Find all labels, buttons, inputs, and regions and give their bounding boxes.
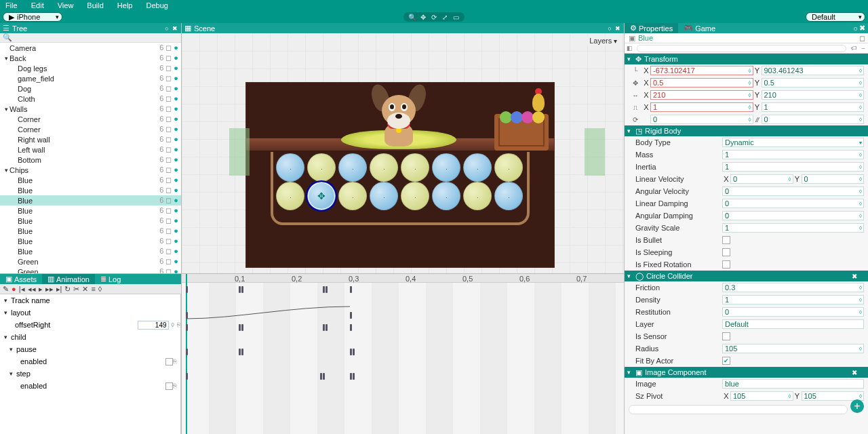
menu-debug[interactable]: Debug	[146, 1, 167, 9]
add-component-search[interactable]	[629, 405, 848, 414]
szpivot-x[interactable]: 105◊	[730, 391, 793, 401]
chip[interactable]	[401, 153, 429, 182]
tree-row[interactable]: ▾Chips6◻●	[0, 165, 181, 175]
tree-row[interactable]: Cloth6◻●	[0, 94, 181, 104]
minimize-icon[interactable]: ○	[853, 24, 858, 33]
step-back-icon[interactable]: ◂◂	[28, 285, 36, 294]
gravity[interactable]: 1◊	[722, 223, 864, 233]
tree-row[interactable]: Corner6◻●	[0, 124, 181, 134]
chip[interactable]	[432, 182, 460, 210]
scale-x[interactable]: 0.5◊	[650, 78, 753, 87]
track-pause-enabled[interactable]: enabled ⎘	[0, 355, 180, 368]
tree-body[interactable]: Camera6◻●▾Back6◻●Dog legs6◻●game_field6◻…	[0, 43, 181, 273]
image-ref[interactable]: blue	[722, 379, 864, 389]
restitution[interactable]: 0◊	[722, 307, 864, 317]
tree-row[interactable]: Blue6◻●	[0, 216, 181, 226]
tree-row[interactable]: Blue6◻●	[0, 185, 181, 195]
edit-icon[interactable]: ✎	[3, 285, 9, 294]
chip[interactable]	[338, 153, 367, 182]
is-bullet[interactable]	[722, 236, 730, 244]
prev-key-icon[interactable]: |◂	[19, 285, 25, 294]
step-fwd-icon[interactable]: ▸▸	[45, 285, 54, 294]
lock-icon[interactable]: ◻	[859, 34, 865, 43]
tree-row[interactable]: Blue6◻●	[0, 226, 181, 236]
friction[interactable]: 0.3◊	[722, 283, 864, 292]
tool-move-icon[interactable]: ✥	[418, 13, 428, 21]
layers-dropdown[interactable]: Layers ▾	[587, 36, 620, 45]
section-transform[interactable]: ▾✥Transform	[625, 54, 868, 64]
close-icon[interactable]: ✖	[614, 25, 621, 32]
animation-track-list[interactable]: ▾Track name ▾layout offsetRight ◊ ⎘ ▾chi…	[0, 294, 181, 434]
tool-rect-icon[interactable]: ▭	[451, 13, 460, 21]
chip[interactable]	[401, 182, 429, 210]
tab-game[interactable]: 🎮Game	[678, 23, 721, 33]
selected-object-name[interactable]: ▣ Blue ◻	[625, 33, 868, 43]
chip[interactable]	[370, 182, 398, 210]
key-icon[interactable]: ◊	[98, 285, 102, 293]
tab-log[interactable]: ≣Log	[95, 274, 126, 284]
checkbox[interactable]	[165, 358, 173, 366]
linvel-y[interactable]: 0◊	[802, 174, 865, 184]
chip[interactable]	[370, 153, 398, 182]
tree-row[interactable]: Dog6◻●	[0, 83, 181, 94]
pos-y[interactable]: 903.461243◊	[762, 66, 865, 75]
track-offsetRight[interactable]: offsetRight ◊ ⎘	[0, 319, 180, 331]
collider-layer[interactable]: Default	[722, 319, 864, 329]
fit-by-actor[interactable]	[722, 357, 730, 365]
track-pause[interactable]: ▾pause	[0, 343, 180, 355]
tree-row[interactable]: Right wall6◻●	[0, 134, 181, 144]
minus-icon[interactable]: –	[859, 45, 868, 52]
linvel-x[interactable]: 0◊	[730, 174, 793, 184]
minimize-icon[interactable]: ○	[163, 25, 170, 32]
section-rigidbody[interactable]: ▾◳Rigid Body	[625, 125, 868, 136]
chip[interactable]	[432, 153, 460, 182]
chip[interactable]	[494, 153, 523, 182]
tree-row[interactable]: game_field6◻●	[0, 73, 181, 83]
layout-select[interactable]: Default	[806, 12, 865, 22]
chip[interactable]	[276, 153, 304, 182]
pivot-x[interactable]: 1◊	[650, 102, 753, 112]
minimize-icon[interactable]: ○	[606, 25, 613, 32]
chip[interactable]	[463, 182, 492, 210]
scale-y[interactable]: 0.5◊	[762, 78, 865, 87]
rot-b[interactable]: 0◊	[762, 115, 865, 124]
chip[interactable]	[494, 182, 523, 210]
checkbox[interactable]	[165, 382, 173, 390]
tree-row[interactable]: Bottom6◻●	[0, 155, 181, 165]
device-select[interactable]: ▶ iPhone	[3, 12, 62, 22]
tree-row[interactable]: Blue6◻●	[0, 246, 181, 256]
tree-row[interactable]: Green6◻●	[0, 267, 181, 273]
chip[interactable]	[307, 153, 336, 182]
tree-row[interactable]: ▾Walls6◻●	[0, 104, 181, 114]
inertia[interactable]: 1◊	[722, 162, 864, 172]
section-image[interactable]: ▾▣Image Component✖	[625, 367, 868, 378]
chip[interactable]	[276, 182, 304, 210]
menu-file[interactable]: File	[5, 1, 18, 9]
tree-search[interactable]: 🔍	[0, 33, 181, 43]
angdamp[interactable]: 0◊	[722, 211, 864, 220]
tab-assets[interactable]: ▣Assets	[0, 274, 42, 284]
tree-row[interactable]: ▾Back6◻●	[0, 53, 181, 63]
scene-viewport[interactable]: Layers ▾	[182, 33, 624, 273]
menu-build[interactable]: Build	[87, 1, 103, 9]
tree-row[interactable]: Left wall6◻●	[0, 144, 181, 155]
tool-rotate-icon[interactable]: ⟳	[429, 13, 439, 21]
chip[interactable]	[463, 153, 492, 182]
tag-icon[interactable]: 🏷	[849, 45, 859, 52]
menu-edit[interactable]: Edit	[31, 1, 44, 9]
tag-field[interactable]	[637, 45, 846, 52]
tree-row[interactable]: Blue6◻●	[0, 175, 181, 185]
handle-icon[interactable]: ⎘	[173, 358, 176, 365]
scissors-icon[interactable]: ✕	[82, 285, 88, 294]
close-icon[interactable]: ✖	[172, 25, 178, 32]
tree-row[interactable]: Corner6◻●	[0, 114, 181, 124]
timeline-area[interactable]: 0,1 0,2 0,3 0,4 0,5 0,6 0,7	[182, 273, 624, 434]
handle-icon[interactable]: ◊	[172, 321, 174, 328]
track-layout[interactable]: ▾layout	[0, 307, 180, 319]
pos-x[interactable]: -673.102417◊	[650, 66, 753, 75]
cut-icon[interactable]: ✂	[73, 285, 79, 294]
remove-icon[interactable]: ✖	[852, 273, 857, 280]
is-sensor[interactable]	[722, 332, 730, 340]
layer-color-icon[interactable]: ◧	[625, 45, 634, 52]
next-key-icon[interactable]: ▸|	[56, 285, 62, 294]
